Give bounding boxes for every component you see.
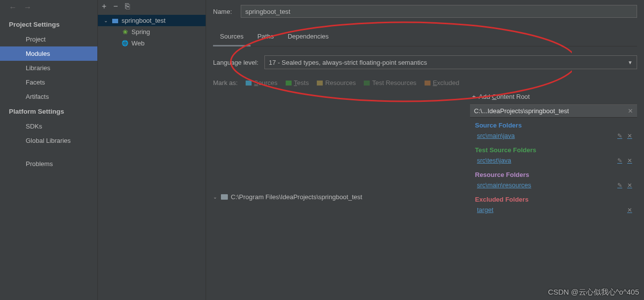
module-name-input[interactable]	[241, 5, 637, 18]
module-icon	[112, 17, 119, 24]
test-source-folder-item[interactable]: src\test\java ✎✕	[475, 156, 632, 165]
edit-icon[interactable]: ✎	[617, 132, 622, 139]
content-root-path: C:\...IdeaProjects\springboot_test	[474, 107, 569, 115]
sidebar-item-modules[interactable]: Modules	[0, 46, 97, 61]
watermark: CSDN @云心似我心^o^405	[548, 288, 639, 297]
sidebar-item-artifacts[interactable]: Artifacts	[0, 89, 97, 104]
sidebar-item-project[interactable]: Project	[0, 32, 97, 46]
language-level-value: 17 - Sealed types, always-strict floatin…	[269, 59, 427, 66]
excluded-folder-item[interactable]: target ✕	[475, 205, 632, 214]
close-icon[interactable]: ✕	[628, 107, 633, 115]
folder-icon	[221, 194, 228, 200]
excluded-folders-title: Excluded Folders	[475, 196, 632, 203]
module-tree-root-label: springboot_test	[122, 17, 166, 24]
sidebar-item-libraries[interactable]: Libraries	[0, 61, 97, 75]
remove-module-icon[interactable]: −	[113, 2, 118, 11]
settings-sidebar: ← → Project Settings Project Modules Lib…	[0, 0, 98, 300]
module-tree-spring-label: Spring	[131, 28, 150, 36]
mark-sources-button[interactable]: Sources	[246, 79, 278, 86]
content-root-tree: ⌄ C:\Program Files\IdeaProjects\springbo…	[213, 91, 470, 300]
file-tree-root-label: C:\Program Files\IdeaProjects\springboot…	[231, 193, 362, 201]
mark-resources-button[interactable]: Resources	[317, 79, 356, 86]
remove-icon[interactable]: ✕	[627, 157, 632, 164]
module-editor-panel: Name: Sources Paths Dependencies Languag…	[206, 0, 644, 300]
sidebar-item-sdks[interactable]: SDKs	[0, 119, 97, 133]
content-roots-panel: + Add Content Root C:\...IdeaProjects\sp…	[470, 91, 637, 300]
plus-icon: +	[472, 93, 476, 100]
language-level-label: Language level:	[213, 59, 258, 66]
sidebar-item-global-libraries[interactable]: Global Libraries	[0, 133, 97, 148]
add-content-root-button[interactable]: + Add Content Root	[470, 91, 637, 104]
spring-icon: ❀	[122, 29, 129, 36]
nav-forward-icon[interactable]: →	[24, 3, 32, 12]
module-tree-web[interactable]: 🌐 Web	[98, 38, 206, 49]
sidebar-item-problems[interactable]: Problems	[0, 157, 97, 171]
dropdown-caret-icon: ▼	[628, 60, 633, 65]
copy-module-icon[interactable]: ⎘	[125, 2, 130, 11]
nav-back-icon[interactable]: ←	[9, 3, 17, 12]
resource-folder-item[interactable]: src\main\resources ✎✕	[475, 180, 632, 190]
test-source-folders-title: Test Source Folders	[475, 146, 632, 154]
remove-icon[interactable]: ✕	[627, 182, 632, 189]
name-label: Name:	[213, 8, 232, 15]
module-tree-root[interactable]: ⌄ springboot_test	[98, 15, 206, 26]
sidebar-item-facets[interactable]: Facets	[0, 75, 97, 89]
remove-icon[interactable]: ✕	[627, 207, 632, 214]
module-tree-spring[interactable]: ❀ Spring	[98, 26, 206, 38]
expand-icon[interactable]: ⌄	[104, 18, 109, 23]
source-folders-title: Source Folders	[475, 122, 632, 129]
source-folder-item[interactable]: src\main\java ✎✕	[475, 131, 632, 140]
module-tree-panel: + − ⎘ ⌄ springboot_test ❀ Spring 🌐 Web	[98, 0, 206, 300]
svg-rect-0	[112, 19, 118, 23]
language-level-dropdown[interactable]: 17 - Sealed types, always-strict floatin…	[264, 55, 637, 69]
mark-test-resources-button[interactable]: Test Resources	[364, 79, 417, 86]
edit-icon[interactable]: ✎	[617, 157, 622, 164]
excluded-folder-icon	[425, 81, 430, 86]
tab-dependencies[interactable]: Dependencies	[281, 30, 336, 46]
sources-folder-icon	[246, 81, 252, 86]
platform-settings-header: Platform Settings	[0, 104, 97, 119]
resource-folders-title: Resource Folders	[475, 171, 632, 178]
edit-icon[interactable]: ✎	[617, 182, 622, 189]
web-icon: 🌐	[122, 40, 129, 47]
resources-folder-icon	[317, 81, 323, 86]
tab-paths[interactable]: Paths	[251, 30, 281, 46]
content-root-header: C:\...IdeaProjects\springboot_test ✕	[470, 104, 637, 118]
mark-excluded-button[interactable]: Excluded	[425, 79, 459, 86]
add-module-icon[interactable]: +	[102, 2, 106, 11]
file-tree-root[interactable]: ⌄ C:\Program Files\IdeaProjects\springbo…	[213, 93, 470, 300]
expand-icon[interactable]: ⌄	[213, 194, 218, 200]
mark-as-label: Mark as:	[213, 79, 238, 86]
tab-sources[interactable]: Sources	[213, 30, 251, 46]
test-resources-folder-icon	[364, 81, 370, 86]
project-settings-header: Project Settings	[0, 17, 97, 32]
tests-folder-icon	[286, 81, 292, 86]
remove-icon[interactable]: ✕	[627, 132, 632, 139]
module-tabs: Sources Paths Dependencies	[213, 30, 637, 46]
module-tree-web-label: Web	[131, 40, 145, 47]
mark-tests-button[interactable]: Tests	[286, 79, 309, 86]
